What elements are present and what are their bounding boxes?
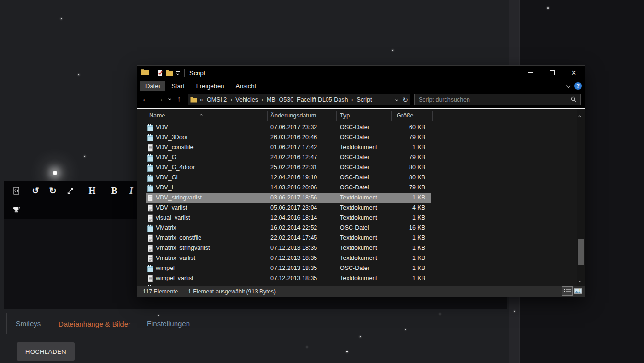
thumbnails-view-button[interactable] [573,286,584,296]
table-row[interactable]: VDV_constfile01.06.2017 17:42Textdokumen… [137,142,578,152]
file-name: VMatrix [156,224,176,231]
text-file-icon [147,214,153,223]
table-row[interactable]: VDV07.06.2017 23:32OSC-Datei60 KB [137,122,578,132]
minimize-button[interactable] [520,66,541,80]
tab-smileys[interactable]: Smileys [6,313,50,334]
breadcrumb-separator-icon[interactable]: › [230,96,232,103]
file-modified: 26.03.2016 20:46 [270,134,317,141]
source-code-icon[interactable] [11,185,22,197]
file-type: OSC-Datei [340,224,369,231]
customize-quick-access-icon[interactable] [175,71,181,75]
tab-dateianh-nge-bilder[interactable]: Dateianhänge & Bilder [50,313,139,334]
address-bar[interactable]: «OMSI 2›Vehicles›MB_O530_Facelift DL05 D… [188,94,410,105]
back-icon[interactable]: ← [142,94,149,103]
vertical-scrollbar[interactable] [577,109,585,286]
up-icon[interactable]: ↑ [177,94,181,103]
table-row[interactable]: VDV_stringvarlist03.06.2017 18:56Textdok… [137,193,578,203]
breadcrumb-item[interactable]: OMSI 2 [207,96,227,103]
menu-tab-datei[interactable]: Datei [140,81,165,91]
address-toolbar: ← → ↑ «OMSI 2›Vehicles›MB_O530_Facelift … [137,92,585,108]
text-file-icon [147,144,153,153]
upload-button[interactable]: HOCHLADEN [17,342,75,361]
status-separator [183,289,183,294]
expand-ribbon-icon[interactable] [566,84,570,88]
table-row[interactable]: VDV_varlist05.06.2017 23:04Textdokument4… [137,203,578,213]
menu-tab-ansicht[interactable]: Ansicht [230,81,261,91]
scroll-up-icon[interactable] [579,111,581,119]
table-row[interactable]: VMatrix16.02.2014 22:52OSC-Datei16 KB [137,223,578,233]
table-row[interactable]: Vmatrix_varlist07.12.2013 18:35Textdokum… [137,253,578,263]
column-header-size[interactable]: Größe [397,112,413,119]
redo-icon[interactable]: ↻ [47,185,59,197]
details-view-button[interactable] [562,286,573,296]
new-folder-icon[interactable] [165,70,175,76]
search-icon[interactable] [571,96,577,103]
table-row[interactable]: wimpel_varlist07.12.2013 18:35Textdokume… [137,273,578,283]
column-separator[interactable] [336,111,337,121]
window-titlebar[interactable]: Script × [137,66,585,80]
address-dropdown-icon[interactable] [395,98,398,101]
file-type: OSC-Datei [340,154,369,161]
osc-file-icon [147,285,153,286]
recent-locations-icon[interactable] [168,97,171,100]
italic-button[interactable]: I [126,185,137,197]
table-row[interactable]: Vmatrix_constfile22.02.2014 17:45Textdok… [137,233,578,243]
status-bar: 117 Elemente 1 Element ausgewählt (913 B… [137,286,585,297]
menu-tab-start[interactable]: Start [166,81,189,91]
osc-file-icon [147,265,153,274]
tab-bar-filler [198,313,509,334]
table-row[interactable]: Vmatrix_stringvarlist07.12.2013 18:35Tex… [137,243,578,253]
table-row[interactable]: VDV_G24.02.2016 12:47OSC-Datei79 KB [137,152,578,163]
star-dot [392,50,393,51]
file-name: VDV_G [156,154,176,161]
breadcrumb-separator-icon[interactable]: › [261,96,263,103]
breadcrumb-item[interactable]: MB_O530_Facelift DL05 Dash [267,96,348,103]
table-row[interactable]: VDV_3Door26.03.2016 20:46OSC-Datei79 KB [137,132,578,142]
forward-icon[interactable]: → [156,94,164,103]
refresh-icon[interactable]: ↻ [402,96,408,104]
file-type: Textdokument [340,214,377,221]
undo-icon[interactable]: ↺ [30,185,41,197]
table-row[interactable]: visual_varlist12.04.2016 18:14Textdokume… [137,213,578,223]
bold-button[interactable]: B [108,185,120,197]
table-row[interactable]: VDV_G_4door25.02.2016 22:31OSC-Datei80 K… [137,163,578,173]
file-name: wimpel_varlist [156,275,194,281]
search-input[interactable] [415,96,571,103]
scroll-down-icon[interactable] [579,275,581,284]
properties-icon[interactable] [155,70,165,77]
menu-tab-freigeben[interactable]: Freigeben [191,81,230,91]
breadcrumb-item[interactable]: Script [356,96,372,103]
column-separator[interactable] [391,111,392,121]
tab-einstellungen[interactable]: Einstellungen [139,313,198,334]
file-size: 4 KB [391,204,425,211]
table-row[interactable]: VDV_GL12.04.2016 19:10OSC-Datei80 KB [137,173,578,183]
maximize-editor-icon[interactable] [64,185,76,197]
maximize-button[interactable] [541,66,563,80]
file-name: VDV_3Door [156,134,188,141]
column-separator[interactable] [267,111,268,121]
column-header-type[interactable]: Typ [340,112,350,119]
column-header-modified[interactable]: Änderungsdatum [270,112,316,119]
trophy-icon[interactable] [11,204,22,215]
file-modified: 12.04.2016 18:14 [270,214,317,221]
column-separator[interactable] [432,111,433,121]
heading-button[interactable]: H [86,185,98,197]
table-row[interactable]: VDV_L14.03.2016 20:06OSC-Datei79 KB [137,183,578,193]
file-name: Vmatrix_stringvarlist [156,245,210,251]
file-type: Textdokument [340,204,377,211]
file-size: 79 KB [391,154,425,161]
text-file-icon [147,234,153,244]
breadcrumb-item[interactable]: Vehicles [235,96,258,103]
help-icon[interactable]: ? [574,82,582,90]
scrollbar-thumb[interactable] [578,239,584,265]
column-header-name[interactable]: Name [149,112,165,119]
file-name: VDV_stringvarlist [156,194,202,201]
breadcrumb-collapsed-icon[interactable]: « [200,96,203,103]
file-modified: 22.02.2014 17:45 [270,234,317,241]
star-dot [61,18,62,19]
close-button[interactable]: × [563,66,585,80]
toolbar-separator [81,184,81,201]
breadcrumb-separator-icon[interactable]: › [351,96,353,103]
folder-icon [190,97,197,103]
table-row[interactable]: wimpel07.12.2013 18:35OSC-Datei1 KB [137,263,578,273]
